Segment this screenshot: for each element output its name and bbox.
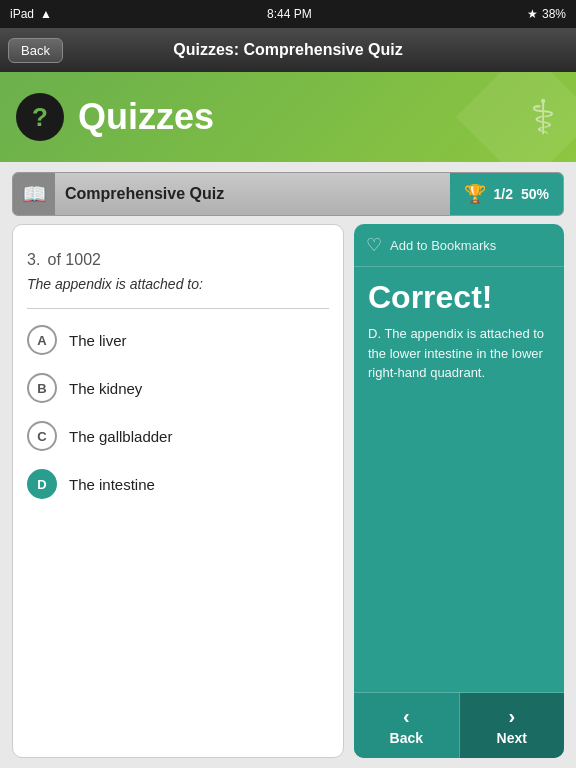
option-b-label: The kidney [69, 380, 142, 397]
carrier-label: iPad [10, 7, 34, 21]
option-d-label: The intestine [69, 476, 155, 493]
nav-title: Quizzes: Comprehensive Quiz [173, 41, 402, 59]
question-text: The appendix is attached to: [27, 276, 329, 292]
option-c-label: The gallbladder [69, 428, 172, 445]
quiz-bar-label: Comprehensive Quiz [55, 185, 450, 203]
bookmark-bar[interactable]: ♡ Add to Bookmarks [354, 224, 564, 267]
status-left: iPad ▲ [10, 7, 52, 21]
option-b-circle: B [27, 373, 57, 403]
status-bar: iPad ▲ 8:44 PM ★ 38% [0, 0, 576, 28]
option-d[interactable]: D The intestine [27, 469, 329, 499]
caduceus-icon: ⚕ [530, 89, 556, 145]
header-banner: ? Quizzes ⚕ [0, 72, 576, 162]
correct-label: Correct! [354, 267, 564, 324]
option-a-label: The liver [69, 332, 127, 349]
progress-count: 1/2 [494, 186, 513, 202]
progress-percent: 50% [521, 186, 549, 202]
question-number: 3. of 1002 [27, 241, 329, 272]
back-arrow-icon: ‹ [403, 705, 410, 728]
battery-label: 38% [542, 7, 566, 21]
quiz-icon: ? [16, 93, 64, 141]
option-a-circle: A [27, 325, 57, 355]
option-d-circle: D [27, 469, 57, 499]
option-b[interactable]: B The kidney [27, 373, 329, 403]
back-nav-button[interactable]: Back [8, 38, 63, 63]
option-c-circle: C [27, 421, 57, 451]
back-button-label: Back [390, 730, 423, 746]
bookmark-icon: ♡ [366, 234, 382, 256]
quiz-progress: 🏆 1/2 50% [450, 173, 564, 215]
option-a[interactable]: A The liver [27, 325, 329, 355]
back-button[interactable]: ‹ Back [354, 693, 460, 758]
nav-bar: Back Quizzes: Comprehensive Quiz [0, 28, 576, 72]
book-icon: 📖 [13, 173, 55, 215]
wifi-icon: ▲ [40, 7, 52, 21]
main-content: 3. of 1002 The appendix is attached to: … [0, 224, 576, 768]
question-panel: 3. of 1002 The appendix is attached to: … [12, 224, 344, 758]
next-button[interactable]: › Next [460, 693, 565, 758]
divider [27, 308, 329, 309]
time-label: 8:44 PM [267, 7, 312, 21]
answer-explanation: D. The appendix is attached to the lower… [354, 324, 564, 692]
next-button-label: Next [497, 730, 527, 746]
bottom-buttons: ‹ Back › Next [354, 692, 564, 758]
trophy-icon: 🏆 [464, 183, 486, 205]
bluetooth-icon: ★ [527, 7, 538, 21]
quiz-bar: 📖 Comprehensive Quiz 🏆 1/2 50% [12, 172, 564, 216]
status-right: ★ 38% [527, 7, 566, 21]
next-arrow-icon: › [508, 705, 515, 728]
answer-panel: ♡ Add to Bookmarks Correct! D. The appen… [354, 224, 564, 758]
bookmark-label: Add to Bookmarks [390, 238, 496, 253]
option-c[interactable]: C The gallbladder [27, 421, 329, 451]
header-title: Quizzes [78, 96, 214, 138]
